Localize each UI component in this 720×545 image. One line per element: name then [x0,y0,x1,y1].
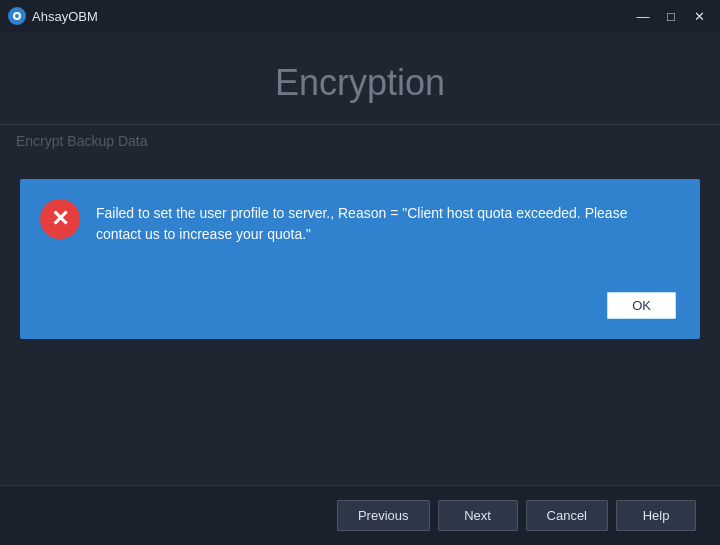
close-button[interactable]: ✕ [686,5,712,27]
title-bar: AhsayOBM — □ ✕ [0,0,720,32]
help-button[interactable]: Help [616,500,696,531]
ok-button[interactable]: OK [607,292,676,319]
previous-button[interactable]: Previous [337,500,430,531]
app-title: AhsayOBM [32,9,98,24]
main-content: Encryption Encrypt Backup Data ✕ Failed … [0,32,720,485]
window-controls: — □ ✕ [630,5,712,27]
title-bar-left: AhsayOBM [8,7,98,25]
error-dialog-body: ✕ Failed to set the user profile to serv… [40,199,676,276]
svg-point-2 [15,14,19,18]
cancel-button[interactable]: Cancel [526,500,608,531]
next-button[interactable]: Next [438,500,518,531]
error-message: Failed to set the user profile to server… [96,199,676,245]
minimize-button[interactable]: — [630,5,656,27]
x-icon: ✕ [51,208,69,230]
dialog-ok-row: OK [40,292,676,319]
footer: Previous Next Cancel Help [0,485,720,545]
dialog-overlay: ✕ Failed to set the user profile to serv… [0,32,720,485]
maximize-button[interactable]: □ [658,5,684,27]
error-icon: ✕ [40,199,80,239]
error-dialog: ✕ Failed to set the user profile to serv… [20,179,700,339]
app-logo-icon [8,7,26,25]
